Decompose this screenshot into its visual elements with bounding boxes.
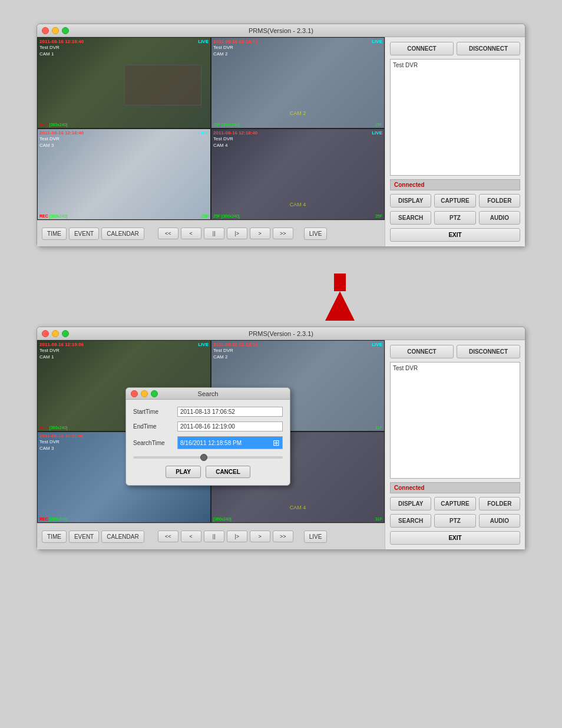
minimize-button-1[interactable] — [52, 27, 59, 34]
search-time-text: 8/16/2011 12:18:58 PM — [180, 440, 242, 446]
exit-button-2[interactable]: EXIT — [390, 531, 520, 545]
camera-cell-2: 2011-08-16 12:18:40 Test DVR CAM 2 LIVE … — [211, 37, 385, 129]
minimize-button-2[interactable] — [52, 330, 59, 337]
cam-label-top-2-2: 2011-08-16 12:19:06 Test DVR CAM 2 — [213, 342, 257, 360]
live-button-2[interactable]: LIVE — [304, 531, 328, 543]
status-bar-1: Connected — [390, 179, 520, 190]
cam-label-2-4: CAM 4 — [290, 505, 306, 510]
cam-live-2-1: LIVE — [198, 342, 209, 347]
calendar-button-2[interactable]: CALENDAR — [101, 531, 144, 543]
disconnect-button-2[interactable]: DISCONNECT — [457, 345, 520, 358]
dialog-maximize-button[interactable] — [151, 390, 158, 397]
cam-dvr-4: Test DVR — [213, 136, 257, 142]
live-button-1[interactable]: LIVE — [304, 228, 328, 240]
playback-controls-2: TIME EVENT CALENDAR << < || |> > >> LIVE — [37, 523, 385, 549]
time-button-2[interactable]: TIME — [42, 531, 67, 543]
connect-button-1[interactable]: CONNECT — [390, 42, 454, 55]
exit-row-1: EXIT — [390, 228, 520, 242]
dvr-list-1: Test DVR — [390, 59, 520, 176]
capture-button-2[interactable]: CAPTURE — [434, 497, 475, 510]
audio-button-1[interactable]: AUDIO — [479, 211, 520, 225]
cam-dvr-2: Test DVR — [213, 45, 257, 51]
cam-fps-right-2: 25F — [375, 123, 382, 127]
dialog-minimize-button[interactable] — [141, 390, 148, 397]
cam-name-2-1: CAM 1 — [39, 354, 84, 360]
pause-button-1[interactable]: || — [204, 228, 224, 239]
time-slider-row — [133, 454, 283, 463]
forward-fast-button-1[interactable]: >> — [273, 228, 293, 239]
control-row-2: SEARCH PTZ AUDIO — [390, 514, 520, 528]
calendar-button-1[interactable]: CALENDAR — [101, 228, 144, 240]
cam-dvr-2-1: Test DVR — [39, 348, 84, 354]
folder-button-1[interactable]: FOLDER — [479, 194, 520, 207]
dialog-close-button[interactable] — [131, 390, 138, 397]
camera-area-1: 2011-08-16 12:18:40 Test DVR CAM 1 LIVE … — [37, 37, 385, 246]
search-time-stepper[interactable]: ⊞ — [273, 438, 280, 447]
rewind-fast-button-1[interactable]: << — [158, 228, 178, 239]
start-time-label: StartTime — [133, 409, 177, 415]
search-button-1[interactable]: SEARCH — [390, 211, 431, 225]
cam-label-2: CAM 2 — [290, 110, 306, 116]
connect-row-1: CONNECT DISCONNECT — [390, 42, 520, 55]
rewind-button-2[interactable]: < — [181, 531, 201, 542]
cam-timestamp-2-2: 2011-08-16 12:19:06 — [213, 342, 257, 348]
dvr-name-2: Test DVR — [393, 365, 517, 371]
maximize-button-1[interactable] — [62, 27, 69, 34]
display-button-1[interactable]: DISPLAY — [390, 194, 431, 207]
forward-button-1[interactable]: > — [250, 228, 270, 239]
search-button-2[interactable]: SEARCH — [390, 514, 431, 528]
step-forward-button-1[interactable]: |> — [227, 228, 247, 239]
start-time-value: 2011-08-13 17:06:52 — [177, 407, 283, 417]
cam-live-2-2: LIVE — [372, 342, 382, 347]
arrow-stem — [334, 274, 346, 291]
end-time-value: 2011-08-16 12:19:00 — [177, 421, 283, 431]
exit-button-1[interactable]: EXIT — [390, 228, 520, 242]
folder-button-2[interactable]: FOLDER — [479, 497, 520, 510]
ptz-button-1[interactable]: PTZ — [434, 211, 475, 225]
cam-res-text-2-4: [360x240] — [213, 517, 232, 521]
forward-fast-button-2[interactable]: >> — [273, 531, 293, 542]
capture-button-1[interactable]: CAPTURE — [434, 194, 475, 207]
cam-dvr-1: Test DVR — [39, 45, 84, 51]
ptz-button-2[interactable]: PTZ — [434, 514, 475, 528]
step-forward-button-2[interactable]: |> — [227, 531, 247, 542]
display-button-2[interactable]: DISPLAY — [390, 497, 431, 510]
search-time-value[interactable]: 8/16/2011 12:18:58 PM ⊞ — [177, 436, 283, 449]
cam-name-2-2: CAM 2 — [213, 354, 257, 360]
dvr-list-2: Test DVR — [390, 362, 520, 479]
cam-name-2-3: CAM 3 — [39, 446, 84, 452]
rewind-fast-button-2[interactable]: << — [158, 531, 178, 542]
connect-button-2[interactable]: CONNECT — [390, 345, 454, 358]
action-row-1: DISPLAY CAPTURE FOLDER — [390, 194, 520, 207]
close-button-2[interactable] — [42, 330, 49, 337]
title-bar-2: PRMS(Version - 2.3.1) — [37, 327, 525, 340]
cancel-button[interactable]: CANCEL — [206, 466, 250, 478]
maximize-button-2[interactable] — [62, 330, 69, 337]
window-controls-1[interactable] — [42, 27, 69, 34]
audio-button-2[interactable]: AUDIO — [479, 514, 520, 528]
time-slider-track[interactable] — [133, 456, 283, 459]
pause-button-2[interactable]: || — [204, 531, 224, 542]
window-title-1: PRMS(Version - 2.3.1) — [249, 27, 313, 34]
search-time-field[interactable]: SearchTime 8/16/2011 12:18:58 PM ⊞ — [133, 436, 283, 449]
cam-res-text-4: [360x240] — [222, 214, 240, 218]
rewind-button-1[interactable]: < — [181, 228, 201, 239]
dialog-window-controls[interactable] — [131, 390, 158, 397]
event-button-1[interactable]: EVENT — [69, 228, 99, 240]
disconnect-button-1[interactable]: DISCONNECT — [457, 42, 520, 55]
play-button[interactable]: PLAY — [166, 466, 201, 478]
cam-live-4: LIVE — [372, 130, 382, 136]
window-controls-2[interactable] — [42, 330, 69, 337]
cam-label-top-2-1: 2011-08-16 12:19:06 Test DVR CAM 1 — [39, 342, 84, 360]
time-slider-thumb[interactable] — [200, 454, 207, 461]
time-button-1[interactable]: TIME — [42, 228, 67, 240]
cam-res-text-2-1: [360x240] — [49, 426, 68, 430]
cam-live-3: LIVE — [198, 130, 209, 136]
cam-resolution-1: REC [360x240] — [39, 123, 67, 127]
cam-resolution-2-3: REC [360x240] — [39, 517, 67, 521]
close-button-1[interactable] — [42, 27, 49, 34]
cam-fps-r-3: 25F — [201, 214, 209, 218]
forward-button-2[interactable]: > — [250, 531, 270, 542]
event-button-2[interactable]: EVENT — [69, 531, 99, 543]
exit-row-2: EXIT — [390, 531, 520, 545]
